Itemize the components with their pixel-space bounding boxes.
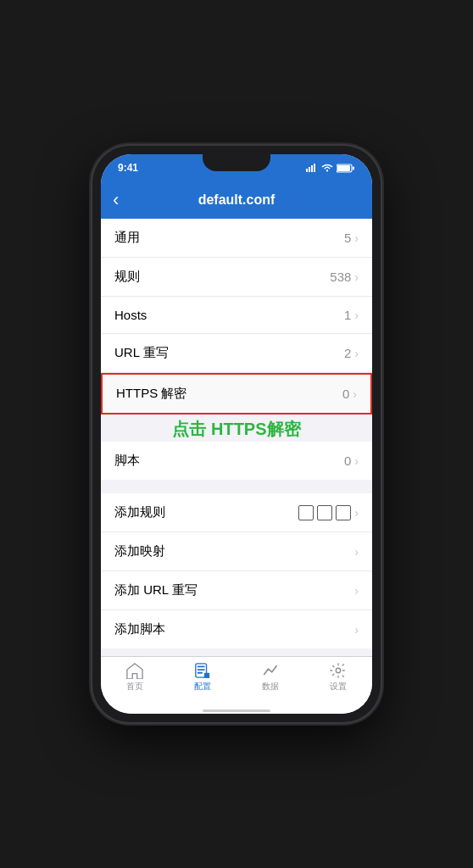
menu-label-rules: 规则 — [114, 269, 140, 285]
data-icon — [261, 662, 280, 679]
highlight-annotation: 点击 HTTPS解密 — [101, 418, 372, 441]
config-icon — [193, 662, 212, 679]
menu-item-script[interactable]: 脚本 0 › — [101, 442, 372, 480]
wifi-icon — [321, 164, 333, 172]
highlight-banner: 点击 HTTPS解密 — [101, 415, 372, 442]
menu-value-general: 5 — [344, 231, 351, 245]
svg-rect-6 — [337, 165, 350, 171]
chevron-icon-script: › — [354, 454, 359, 468]
phone-screen: 9:41 — [101, 154, 372, 714]
notch — [203, 154, 270, 171]
squares-icons — [298, 505, 351, 520]
battery-icon — [337, 164, 355, 173]
chevron-icon-add-url-rewrite: › — [354, 584, 359, 598]
signal-icon — [306, 164, 318, 172]
menu-item-rules[interactable]: 规则 538 › — [101, 258, 372, 297]
home-indicator — [101, 707, 372, 714]
menu-group-1: 通用 5 › 规则 538 › Hosts 1 — [101, 219, 372, 480]
svg-rect-9 — [198, 666, 205, 668]
spacer-1 — [101, 487, 372, 493]
svg-point-4 — [326, 170, 328, 171]
menu-value-url-rewrite: 2 — [344, 346, 351, 360]
menu-label-add-mapping: 添加映射 — [114, 543, 165, 559]
menu-right-add-script: › — [354, 623, 359, 637]
svg-rect-10 — [198, 669, 205, 670]
menu-right-https: 0 › — [342, 387, 357, 401]
menu-label-script: 脚本 — [114, 453, 140, 469]
menu-value-https: 0 — [342, 387, 349, 401]
svg-rect-12 — [204, 673, 209, 678]
chevron-icon-https: › — [353, 387, 357, 401]
menu-right-url-rewrite: 2 › — [344, 346, 359, 360]
tab-config-label: 配置 — [194, 681, 211, 693]
nav-title: default.conf — [198, 192, 275, 208]
content-area: 通用 5 › 规则 538 › Hosts 1 — [101, 219, 372, 656]
menu-right-script: 0 › — [344, 453, 359, 468]
chevron-icon-add-script: › — [354, 623, 359, 637]
menu-label-general: 通用 — [114, 230, 140, 246]
back-button[interactable]: ‹ — [113, 189, 119, 211]
menu-right-rules: 538 › — [330, 270, 359, 284]
status-time: 9:41 — [118, 162, 138, 174]
square-icon-1 — [298, 505, 314, 520]
status-icons — [306, 164, 355, 173]
menu-label-https: HTTPS 解密 — [116, 386, 186, 402]
menu-item-add-rule[interactable]: 添加规则 › — [101, 493, 372, 532]
menu-label-add-rule: 添加规则 — [114, 504, 165, 520]
menu-label-hosts: Hosts — [114, 308, 147, 322]
menu-item-url-rewrite[interactable]: URL 重写 2 › — [101, 334, 372, 373]
menu-item-general[interactable]: 通用 5 › — [101, 219, 372, 258]
chevron-icon-rules: › — [354, 270, 359, 284]
menu-label-add-script: 添加脚本 — [114, 621, 165, 637]
menu-label-add-url-rewrite: 添加 URL 重写 — [114, 582, 198, 598]
home-bar — [203, 709, 270, 712]
menu-item-hosts[interactable]: Hosts 1 › — [101, 297, 372, 334]
tab-bar: 首页 配置 数据 — [101, 656, 372, 707]
menu-right-general: 5 › — [344, 231, 359, 245]
svg-rect-0 — [306, 169, 308, 172]
nav-bar: ‹ default.conf — [101, 181, 372, 219]
menu-label-url-rewrite: URL 重写 — [114, 345, 169, 361]
menu-right-add-url-rewrite: › — [354, 584, 359, 598]
settings-icon — [329, 662, 348, 679]
svg-rect-7 — [353, 166, 354, 170]
svg-rect-2 — [311, 165, 313, 172]
home-icon — [125, 662, 144, 679]
tab-settings-label: 设置 — [330, 681, 347, 693]
tab-home[interactable]: 首页 — [101, 662, 169, 693]
menu-item-https[interactable]: HTTPS 解密 0 › — [101, 373, 372, 415]
menu-value-script: 0 — [344, 453, 351, 468]
menu-item-add-script[interactable]: 添加脚本 › — [101, 610, 372, 648]
tab-data[interactable]: 数据 — [236, 662, 304, 693]
menu-right-add-mapping: › — [354, 545, 359, 559]
chevron-icon-general: › — [354, 231, 359, 245]
chevron-icon-hosts: › — [354, 309, 359, 322]
square-icon-3 — [336, 505, 351, 520]
tab-home-label: 首页 — [126, 681, 143, 693]
chevron-icon-add-mapping: › — [354, 545, 359, 559]
chevron-icon-url-rewrite: › — [354, 347, 359, 360]
menu-item-add-url-rewrite[interactable]: 添加 URL 重写 › — [101, 571, 372, 610]
add-items-group: 添加规则 › 添加映射 › — [101, 493, 372, 648]
phone-frame: 9:41 — [92, 146, 381, 722]
tab-data-label: 数据 — [262, 681, 279, 693]
menu-value-rules: 538 — [330, 270, 351, 284]
svg-rect-3 — [314, 164, 315, 172]
menu-right-add-rule: › — [298, 505, 359, 520]
svg-rect-1 — [309, 167, 310, 172]
square-icon-2 — [317, 505, 332, 520]
svg-rect-11 — [198, 672, 203, 674]
menu-item-add-mapping[interactable]: 添加映射 › — [101, 532, 372, 571]
https-section-wrapper: HTTPS 解密 0 › 点击 HTTPS解密 — [101, 373, 372, 442]
svg-point-13 — [336, 668, 340, 672]
tab-settings[interactable]: 设置 — [304, 662, 372, 693]
menu-value-hosts: 1 — [344, 308, 351, 322]
tab-config[interactable]: 配置 — [169, 662, 236, 693]
chevron-icon-add-rule: › — [354, 506, 359, 520]
menu-right-hosts: 1 › — [344, 308, 359, 322]
